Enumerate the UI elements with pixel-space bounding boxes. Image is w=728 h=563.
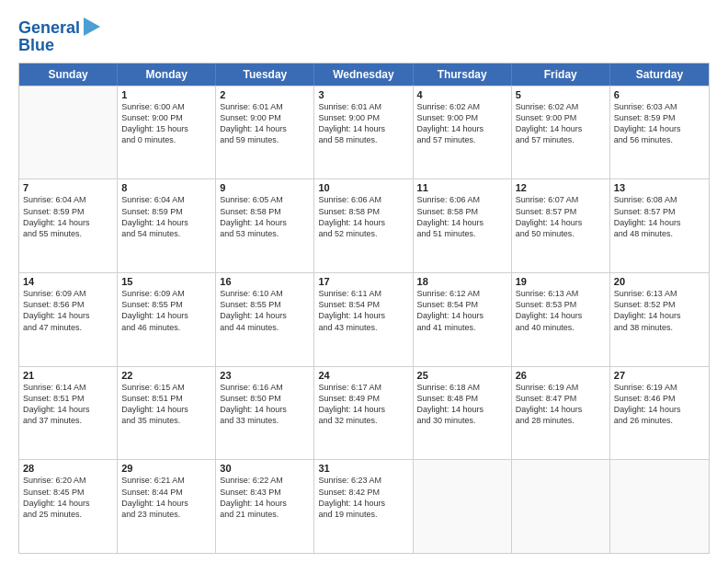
cell-info: Sunrise: 6:19 AM Sunset: 8:46 PM Dayligh… bbox=[614, 382, 705, 427]
calendar-cell: 20Sunrise: 6:13 AM Sunset: 8:52 PM Dayli… bbox=[610, 273, 709, 366]
cell-info: Sunrise: 6:02 AM Sunset: 9:00 PM Dayligh… bbox=[516, 101, 606, 146]
cell-info: Sunrise: 6:06 AM Sunset: 8:58 PM Dayligh… bbox=[318, 194, 408, 239]
calendar-cell bbox=[19, 86, 118, 179]
cell-info: Sunrise: 6:00 AM Sunset: 9:00 PM Dayligh… bbox=[121, 101, 211, 146]
cell-day-number: 15 bbox=[121, 276, 211, 287]
calendar-cell bbox=[414, 460, 512, 553]
calendar-body: 1Sunrise: 6:00 AM Sunset: 9:00 PM Daylig… bbox=[19, 86, 709, 553]
calendar-row: 28Sunrise: 6:20 AM Sunset: 8:45 PM Dayli… bbox=[19, 459, 709, 553]
calendar-cell: 25Sunrise: 6:18 AM Sunset: 8:48 PM Dayli… bbox=[414, 367, 512, 460]
cell-info: Sunrise: 6:08 AM Sunset: 8:57 PM Dayligh… bbox=[614, 194, 705, 239]
cal-header-day: Tuesday bbox=[216, 63, 314, 86]
cell-day-number: 16 bbox=[220, 276, 310, 287]
cell-info: Sunrise: 6:12 AM Sunset: 8:54 PM Dayligh… bbox=[417, 288, 507, 333]
cell-info: Sunrise: 6:13 AM Sunset: 8:52 PM Dayligh… bbox=[614, 288, 705, 333]
cell-info: Sunrise: 6:09 AM Sunset: 8:56 PM Dayligh… bbox=[23, 288, 113, 333]
calendar-cell: 18Sunrise: 6:12 AM Sunset: 8:54 PM Dayli… bbox=[414, 273, 512, 366]
cell-info: Sunrise: 6:11 AM Sunset: 8:54 PM Dayligh… bbox=[318, 288, 408, 333]
cal-header-day: Monday bbox=[118, 63, 216, 86]
logo-text-blue: Blue bbox=[18, 37, 54, 55]
cell-info: Sunrise: 6:21 AM Sunset: 8:44 PM Dayligh… bbox=[121, 475, 211, 520]
cell-info: Sunrise: 6:17 AM Sunset: 8:49 PM Dayligh… bbox=[318, 382, 408, 427]
logo-arrow-icon bbox=[84, 17, 100, 36]
calendar-cell: 7Sunrise: 6:04 AM Sunset: 8:59 PM Daylig… bbox=[19, 179, 118, 272]
calendar-cell: 11Sunrise: 6:06 AM Sunset: 8:58 PM Dayli… bbox=[414, 179, 512, 272]
calendar-cell: 27Sunrise: 6:19 AM Sunset: 8:46 PM Dayli… bbox=[610, 367, 709, 460]
calendar-cell: 24Sunrise: 6:17 AM Sunset: 8:49 PM Dayli… bbox=[314, 367, 413, 460]
cell-info: Sunrise: 6:03 AM Sunset: 8:59 PM Dayligh… bbox=[614, 101, 705, 146]
cell-day-number: 22 bbox=[121, 370, 211, 381]
calendar-cell: 16Sunrise: 6:10 AM Sunset: 8:55 PM Dayli… bbox=[216, 273, 314, 366]
cell-day-number: 20 bbox=[614, 276, 705, 287]
calendar-cell: 4Sunrise: 6:02 AM Sunset: 9:00 PM Daylig… bbox=[414, 86, 512, 179]
cell-info: Sunrise: 6:06 AM Sunset: 8:58 PM Dayligh… bbox=[417, 194, 507, 239]
svg-marker-0 bbox=[84, 17, 100, 36]
cell-info: Sunrise: 6:15 AM Sunset: 8:51 PM Dayligh… bbox=[121, 382, 211, 427]
cell-day-number: 29 bbox=[121, 463, 211, 474]
calendar-row: 21Sunrise: 6:14 AM Sunset: 8:51 PM Dayli… bbox=[19, 366, 709, 460]
cell-day-number: 30 bbox=[220, 463, 310, 474]
calendar-cell: 6Sunrise: 6:03 AM Sunset: 8:59 PM Daylig… bbox=[610, 86, 709, 179]
page: General Blue SundayMondayTuesdayWednesda… bbox=[0, 0, 728, 563]
cell-info: Sunrise: 6:07 AM Sunset: 8:57 PM Dayligh… bbox=[516, 194, 606, 239]
cell-day-number: 6 bbox=[614, 89, 705, 100]
logo: General Blue bbox=[18, 17, 100, 55]
cal-header-day: Friday bbox=[512, 63, 610, 86]
cell-info: Sunrise: 6:23 AM Sunset: 8:42 PM Dayligh… bbox=[318, 475, 408, 520]
calendar-cell: 12Sunrise: 6:07 AM Sunset: 8:57 PM Dayli… bbox=[512, 179, 610, 272]
cell-info: Sunrise: 6:01 AM Sunset: 9:00 PM Dayligh… bbox=[220, 101, 310, 146]
cell-day-number: 27 bbox=[614, 370, 705, 381]
calendar: SundayMondayTuesdayWednesdayThursdayFrid… bbox=[18, 63, 710, 554]
calendar-cell: 9Sunrise: 6:05 AM Sunset: 8:58 PM Daylig… bbox=[216, 179, 314, 272]
calendar-cell bbox=[610, 460, 709, 553]
cell-info: Sunrise: 6:05 AM Sunset: 8:58 PM Dayligh… bbox=[220, 194, 310, 239]
cell-day-number: 17 bbox=[318, 276, 408, 287]
cell-info: Sunrise: 6:16 AM Sunset: 8:50 PM Dayligh… bbox=[220, 382, 310, 427]
logo-text-general: General bbox=[18, 19, 80, 38]
cell-info: Sunrise: 6:04 AM Sunset: 8:59 PM Dayligh… bbox=[121, 194, 211, 239]
cell-info: Sunrise: 6:04 AM Sunset: 8:59 PM Dayligh… bbox=[23, 194, 113, 239]
cell-day-number: 1 bbox=[121, 89, 211, 100]
cell-info: Sunrise: 6:02 AM Sunset: 9:00 PM Dayligh… bbox=[417, 101, 507, 146]
calendar-cell: 26Sunrise: 6:19 AM Sunset: 8:47 PM Dayli… bbox=[512, 367, 610, 460]
cal-header-day: Wednesday bbox=[314, 63, 413, 86]
calendar-cell: 19Sunrise: 6:13 AM Sunset: 8:53 PM Dayli… bbox=[512, 273, 610, 366]
calendar-cell: 13Sunrise: 6:08 AM Sunset: 8:57 PM Dayli… bbox=[610, 179, 709, 272]
cell-day-number: 24 bbox=[318, 370, 408, 381]
cell-day-number: 19 bbox=[516, 276, 606, 287]
calendar-cell: 1Sunrise: 6:00 AM Sunset: 9:00 PM Daylig… bbox=[118, 86, 216, 179]
cell-day-number: 21 bbox=[23, 370, 113, 381]
calendar-cell bbox=[512, 460, 610, 553]
cell-day-number: 26 bbox=[516, 370, 606, 381]
calendar-cell: 15Sunrise: 6:09 AM Sunset: 8:55 PM Dayli… bbox=[118, 273, 216, 366]
calendar-row: 14Sunrise: 6:09 AM Sunset: 8:56 PM Dayli… bbox=[19, 272, 709, 366]
calendar-header: SundayMondayTuesdayWednesdayThursdayFrid… bbox=[19, 63, 709, 86]
calendar-cell: 3Sunrise: 6:01 AM Sunset: 9:00 PM Daylig… bbox=[314, 86, 413, 179]
cell-day-number: 8 bbox=[121, 182, 211, 193]
calendar-cell: 10Sunrise: 6:06 AM Sunset: 8:58 PM Dayli… bbox=[314, 179, 413, 272]
calendar-row: 1Sunrise: 6:00 AM Sunset: 9:00 PM Daylig… bbox=[19, 86, 709, 179]
calendar-cell: 5Sunrise: 6:02 AM Sunset: 9:00 PM Daylig… bbox=[512, 86, 610, 179]
cell-day-number: 5 bbox=[516, 89, 606, 100]
calendar-cell: 14Sunrise: 6:09 AM Sunset: 8:56 PM Dayli… bbox=[19, 273, 118, 366]
calendar-row: 7Sunrise: 6:04 AM Sunset: 8:59 PM Daylig… bbox=[19, 178, 709, 272]
header: General Blue bbox=[18, 17, 710, 55]
calendar-cell: 21Sunrise: 6:14 AM Sunset: 8:51 PM Dayli… bbox=[19, 367, 118, 460]
calendar-cell: 22Sunrise: 6:15 AM Sunset: 8:51 PM Dayli… bbox=[118, 367, 216, 460]
cell-info: Sunrise: 6:13 AM Sunset: 8:53 PM Dayligh… bbox=[516, 288, 606, 333]
cell-day-number: 18 bbox=[417, 276, 507, 287]
cell-day-number: 31 bbox=[318, 463, 408, 474]
cell-day-number: 23 bbox=[220, 370, 310, 381]
cell-day-number: 13 bbox=[614, 182, 705, 193]
calendar-cell: 8Sunrise: 6:04 AM Sunset: 8:59 PM Daylig… bbox=[118, 179, 216, 272]
cell-day-number: 25 bbox=[417, 370, 507, 381]
cell-info: Sunrise: 6:22 AM Sunset: 8:43 PM Dayligh… bbox=[220, 475, 310, 520]
cell-day-number: 2 bbox=[220, 89, 310, 100]
cell-day-number: 3 bbox=[318, 89, 408, 100]
cell-day-number: 11 bbox=[417, 182, 507, 193]
calendar-cell: 28Sunrise: 6:20 AM Sunset: 8:45 PM Dayli… bbox=[19, 460, 118, 553]
cell-day-number: 14 bbox=[23, 276, 113, 287]
cell-day-number: 12 bbox=[516, 182, 606, 193]
calendar-cell: 29Sunrise: 6:21 AM Sunset: 8:44 PM Dayli… bbox=[118, 460, 216, 553]
calendar-cell: 31Sunrise: 6:23 AM Sunset: 8:42 PM Dayli… bbox=[314, 460, 413, 553]
